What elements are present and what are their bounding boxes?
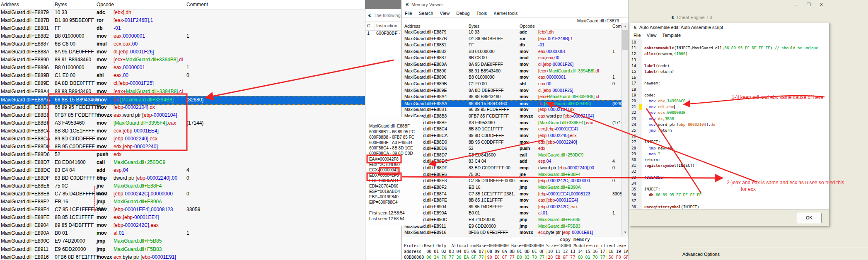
- disasm-row[interactable]: MaxiGuard.dll+E88CA89 8D C0DDFFFFmov[ebp…: [0, 135, 366, 143]
- disasm-row[interactable]: MaxiGuard.dll+E890CE9 74D20000jmpMaxiGua…: [401, 217, 622, 223]
- column-header-opcode[interactable]: Opcode: [97, 2, 114, 7]
- script-line[interactable]: [DISABLE]: [644, 175, 665, 180]
- disasm-row[interactable]: MaxiGuard.dll+E88DF83 BD C0DDFFFF 00cmpd…: [0, 175, 366, 183]
- disasm-row[interactable]: MaxiGuard.dll+E887910 33adc[ebx],dh: [401, 29, 622, 36]
- advanced-options-panel[interactable]: Advanced Options: [679, 248, 868, 260]
- script-line[interactable]: jmp newmem: [644, 146, 672, 150]
- disasm-row[interactable]: MaxiGuard.dll+E889BC1 E0 00shleax,000: [0, 72, 366, 80]
- disasm-row[interactable]: MaxiGuard.dll+E88D652pushedx: [0, 151, 366, 159]
- column-header-bytes[interactable]: Bytes: [469, 24, 479, 29]
- disasm-row[interactable]: MaxiGuard.dll+E888A8A 95 DAE0FFFFmovdl,[…: [401, 61, 622, 68]
- disasm-row[interactable]: MaxiGuard.dll+E889E8A 8D DBE0FFFFmovcl,[…: [0, 80, 366, 88]
- menu-item-debug[interactable]: Debug: [456, 11, 469, 17]
- disasm-row[interactable]: MaxiGuard.dll+E887BD1 88 95DBE0FFror[eax…: [0, 17, 366, 25]
- disasm-row[interactable]: MaxiGuard.dll+E8911E9 6DD20000jmpMaxiGua…: [0, 246, 366, 254]
- disasm-row-selected[interactable]: MaxiGuard.dll+E88AA66 8B 15 B8943460movd…: [0, 96, 366, 105]
- disasm-row[interactable]: MaxiGuard.dll+E88D7E8 ED841600callMaxiGu…: [0, 159, 366, 167]
- disasm-row[interactable]: MaxiGuard.dll+E89160FB6 8D 6FE1FFFFmovzx…: [401, 229, 622, 236]
- script-line[interactable]: newmem:: [644, 81, 660, 85]
- menu-item-template[interactable]: Template: [662, 33, 681, 38]
- disasm-row[interactable]: MaxiGuard.dll+E890CE9 74D20000jmpMaxiGua…: [0, 238, 366, 246]
- disasm-row[interactable]: MaxiGuard.dll+E88BFA3 F4953460mov[MaxiGu…: [401, 120, 622, 126]
- disasm-row[interactable]: MaxiGuard.dll+E88F4C7 85 1CE1FFFF 2381.m…: [401, 191, 622, 197]
- disasm-row[interactable]: MaxiGuard.dll+E887910 33adc[ebx],dh: [0, 9, 366, 17]
- disasm-row[interactable]: MaxiGuard.dll+E890AB0 01moval,011: [401, 210, 622, 217]
- menu-item-tools[interactable]: Tools: [476, 11, 487, 17]
- disasm-row[interactable]: MaxiGuard.dll+E8882B8 01000000moveax,000…: [0, 33, 366, 41]
- script-line[interactable]: mov ebx,14998AC0: [644, 99, 685, 103]
- script-line[interactable]: INJECT:: [644, 140, 660, 144]
- disasm-row[interactable]: MaxiGuard.dll+E88D7E8 ED841600callMaxiGu…: [401, 152, 622, 159]
- disasm-row[interactable]: MaxiGuard.dll+E889088 91 B8943460mov[ecx…: [0, 56, 366, 64]
- disasm-row[interactable]: MaxiGuard.dll+E88B80FB7 85 FCDEFFFFmovzx…: [0, 112, 366, 120]
- disasm-row[interactable]: MaxiGuard.dll+E890AB0 01moval,011: [0, 230, 366, 238]
- hex-byte-row[interactable]: 00D80000 D0 34 70 77 30 EA 6F 7790 E6 6F…: [404, 255, 629, 260]
- script-line[interactable]: aobscanmodule(INJECT,MaxiGuard.dll,66 89…: [644, 46, 818, 50]
- menu-item-view[interactable]: View: [647, 33, 657, 38]
- script-line[interactable]: unregistersymbol(INJECT): [644, 205, 699, 209]
- column-header-address[interactable]: Address: [404, 24, 421, 29]
- column-header-count[interactable]: C...: [367, 23, 374, 28]
- hex-dump-panel[interactable]: Protect:Read Only AllocationBase=0040000…: [401, 243, 629, 260]
- disasm-row[interactable]: MaxiGuard.dll+E890489 85 D4DBFFFFmov[ebp…: [0, 222, 366, 230]
- menu-item-kernel-tools[interactable]: Kernel tools: [493, 11, 517, 17]
- disasm-row[interactable]: MaxiGuard.dll+E89160FB6 8D 6FE1FFFFmovzx…: [0, 254, 366, 260]
- disasm-row[interactable]: MaxiGuard.dll+E88BFA3 F4953460mov[MaxiGu…: [0, 120, 366, 128]
- disasm-row[interactable]: MaxiGuard.dll+E88C48B 8D 1CE1FFFFmovecx,…: [0, 128, 366, 135]
- disasm-row[interactable]: MaxiGuard.dll+E88A488 88 B8943460mov[eax…: [401, 94, 622, 100]
- mv-scrollbar[interactable]: ▲ ▼: [621, 23, 629, 236]
- script-line[interactable]: nop 2: [644, 152, 660, 156]
- disasm-row[interactable]: MaxiGuard.dll+E88DC83 C4 04addesp,044: [0, 167, 366, 175]
- script-editor[interactable]: 1011121314151617181920212223242526272829…: [630, 39, 829, 209]
- menu-item-file[interactable]: File: [405, 11, 412, 17]
- disasm-row[interactable]: MaxiGuard.dll+E889E8A 8D DBE0FFFFmovcl,[…: [401, 87, 622, 94]
- disasm-row[interactable]: MaxiGuard.dll+E88FE8B 85 1CE1FFFFmoveax,…: [0, 214, 366, 222]
- script-line[interactable]: return:: [644, 157, 660, 162]
- script-line[interactable]: jmp return: [644, 128, 672, 132]
- disasm-row[interactable]: MaxiGuard.dll+E88A488 88 B8943460mov[eax…: [0, 88, 366, 96]
- ok-button[interactable]: OK: [797, 213, 822, 223]
- disasm-row[interactable]: MaxiGuard.dll+E8881FFdb-01: [401, 42, 622, 48]
- script-line[interactable]: label(return): [644, 69, 674, 74]
- disasm-row[interactable]: MaxiGuard.dll+E88F4C7 85 1CE1FFFF 2381.m…: [0, 206, 366, 214]
- script-line[interactable]: label(code): [644, 63, 670, 68]
- disasm-row[interactable]: MaxiGuard.dll+E8896B8 01000000moveax,000…: [0, 64, 366, 72]
- script-line[interactable]: registersymbol(INJECT): [644, 163, 694, 168]
- script-line[interactable]: code:: [644, 93, 656, 97]
- disasm-row[interactable]: MaxiGuard.dll+E88B166 89 95 FCDEFFFFmov[…: [0, 104, 366, 112]
- disasm-row[interactable]: MaxiGuard.dll+E8896B8 01000000moveax,000…: [401, 74, 622, 81]
- disasm-row[interactable]: MaxiGuard.dll+E88F2EB 16jmpMaxiGuard.dll…: [401, 184, 622, 191]
- column-header-opcode[interactable]: Opcode: [520, 24, 535, 29]
- column-header-bytes[interactable]: Bytes: [55, 2, 67, 7]
- scroll-thumb[interactable]: [622, 30, 628, 50]
- disasm-row[interactable]: MaxiGuard.dll+E88F2EB 16jmpMaxiGuard.dll…: [0, 198, 366, 206]
- script-line[interactable]: db 66 89 95 FC DE FF FF: [644, 193, 701, 197]
- disasm-row[interactable]: MaxiGuard.dll+E8911E9 6DD20000jmpMaxiGua…: [401, 223, 622, 230]
- minimize-button[interactable]: –: [791, 1, 802, 8]
- script-line[interactable]: mov edi,ebx: [644, 104, 675, 109]
- close-button[interactable]: ✕: [816, 1, 827, 8]
- disasm-row[interactable]: MaxiGuard.dll+E88C48B 8D 1CE1FFFFmovecx,…: [401, 126, 622, 132]
- script-line[interactable]: mov ecx,0000003B: [644, 110, 685, 115]
- disasm-row[interactable]: MaxiGuard.dll+E88D08B 95 C0DDFFFFmovedx,…: [0, 143, 366, 151]
- column-header-instruction[interactable]: Instruction: [376, 23, 397, 28]
- disasm-row[interactable]: MaxiGuard.dll+E888A8A 95 DAE0FFFFmovdl,[…: [0, 48, 366, 56]
- disasm-row[interactable]: MaxiGuard.dll+E88D08B 95 C0DDFFFFmovedx,…: [401, 139, 622, 146]
- disasm-row[interactable]: MaxiGuard.dll+E889BC1 E0 00shleax,000: [401, 81, 622, 87]
- disasm-row[interactable]: MaxiGuard.dll+E887BD1 88 95DBE0FFror[eax…: [401, 36, 622, 42]
- advanced-options-label[interactable]: Advanced Options: [682, 252, 720, 257]
- script-line[interactable]: alloc(newmem,$1000): [644, 51, 688, 56]
- scroll-up-icon[interactable]: ▲: [622, 23, 629, 29]
- script-line[interactable]: mov word ptr[ebp-00002104],dx: [644, 122, 715, 127]
- disasm-row[interactable]: MaxiGuard.dll+E890489 85 D4DBFFFFmov[ebp…: [401, 204, 622, 210]
- column-header-address[interactable]: Address: [1, 2, 19, 7]
- disasm-row[interactable]: MaxiGuard.dll+E88FE8B 85 1CE1FFFFmoveax,…: [401, 197, 622, 204]
- disasm-row[interactable]: MaxiGuard.dll+E8881FFdb-01: [0, 25, 366, 33]
- script-line[interactable]: mov dx,3B58: [644, 116, 674, 121]
- opcode-result-row[interactable]: 1 600F88BF - A3 F: [365, 31, 401, 38]
- menu-item-search[interactable]: Search: [419, 11, 433, 17]
- disasm-row[interactable]: MaxiGuard.dll+E88876B C8 00imulecx,eax,0…: [0, 41, 366, 48]
- disasm-row[interactable]: MaxiGuard.dll+E88B166 89 95 FCDEFFFFmov[…: [401, 106, 622, 113]
- disasm-row[interactable]: MaxiGuard.dll+E88E675 0CjneMaxiGuard.dll…: [0, 183, 366, 190]
- disasm-row[interactable]: MaxiGuard.dll+E8882B8 01000000moveax,000…: [401, 48, 622, 55]
